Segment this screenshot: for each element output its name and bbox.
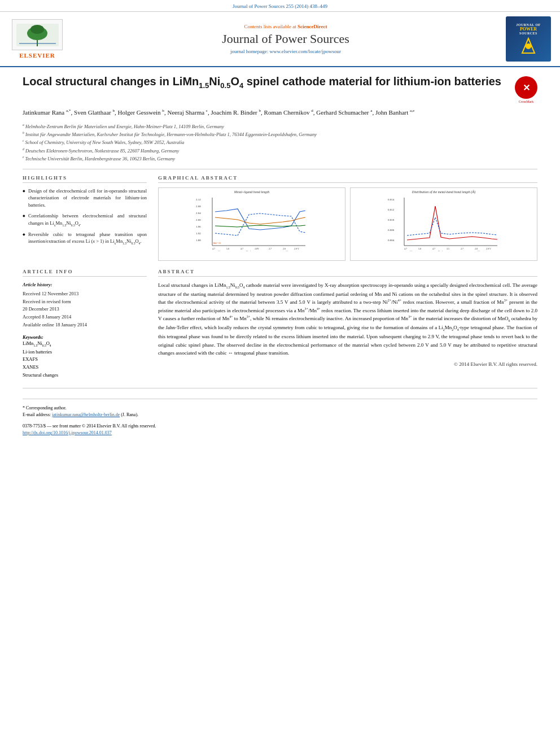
svg-text:2.7: 2.7 — [269, 247, 272, 250]
ga-chart-1: Metal–ligand bond length 2.12 2.08 2.04 … — [158, 187, 345, 261]
journal-logo-right: JOURNAL OF POWER SOURCES — [506, 16, 551, 62]
article-history: Article history: Received 12 November 20… — [23, 281, 147, 329]
svg-point-6 — [526, 43, 531, 49]
affiliation-e: e Technische Universität Berlin, Hardenb… — [23, 155, 537, 163]
received-date: Received 12 November 2013 — [23, 290, 147, 298]
keywords-label: Keywords: — [23, 334, 147, 340]
highlight-item-3: Reversible cubic to tetragonal phase tra… — [23, 231, 147, 246]
svg-text:Charge: Charge — [286, 250, 292, 251]
doi-link[interactable]: http://dx.doi.org/10.1016/j.jpowsour.201… — [23, 430, 112, 435]
svg-text:1.88: 1.88 — [196, 239, 201, 242]
keywords-list: LiMn1.5Ni0.5O4 Li-ion batteries EXAFS XA… — [23, 340, 147, 379]
svg-text:4.7: 4.7 — [212, 247, 215, 250]
history-label: Article history: — [23, 281, 147, 289]
abstract-text: Local structural changes in LiMn1.5Ni0.5… — [158, 281, 537, 357]
svg-text:Mn³⁺-O: Mn³⁺-O — [213, 242, 221, 244]
svg-text:2.00: 2.00 — [196, 219, 201, 221]
email-note: E-mail address: jatinkumar.rana@helmholt… — [23, 412, 537, 418]
svg-text:2.08: 2.08 — [196, 205, 201, 208]
issn-text: 0378-7753/$ — see front matter © 2014 El… — [23, 423, 156, 429]
revised-date: 20 December 2013 — [23, 305, 147, 313]
svg-text:5.0: 5.0 — [418, 247, 421, 250]
ga-chart-2-title: Distribution of the metal-band bond leng… — [353, 190, 535, 194]
article-info-abstract: ARTICLE INFO Article history: Received 1… — [23, 269, 537, 379]
journal-citation-bar: Journal of Power Sources 255 (2014) 438–… — [0, 0, 560, 12]
svg-text:Charge: Charge — [410, 250, 417, 251]
accepted-date: Accepted 8 January 2014 — [23, 313, 147, 321]
highlights-list: Design of the electrochemical cell for i… — [23, 187, 147, 246]
abstract-section: ABSTRACT Local structural changes in LiM… — [158, 269, 537, 379]
highlight-item-2: Correlationship between electrochemical … — [23, 212, 147, 228]
ga-chart-2-svg: 0.014 0.012 0.010 0.006 0.004 4.7 5.0 4.… — [353, 195, 535, 251]
article-body: Local structural changes in LiMn1.5Ni0.5… — [0, 67, 560, 448]
crossmark-icon: ✕ — [515, 76, 537, 99]
svg-text:Charge: Charge — [218, 250, 225, 251]
abstract-label: ABSTRACT — [158, 269, 537, 277]
svg-text:0.010: 0.010 — [388, 219, 395, 221]
footer-section: * Corresponding author. E-mail address: … — [23, 388, 537, 436]
journal-url: journal homepage: www.elsevier.com/locat… — [71, 49, 500, 54]
graphical-abstract-section: GRAPHICAL ABSTRACT Metal–ligand bond len… — [158, 175, 537, 261]
corresponding-note: * Corresponding author. — [23, 405, 537, 412]
elsevier-logo-area: ELSEVIER — [9, 19, 65, 59]
email-suffix: (J. Rana). — [121, 412, 138, 417]
svg-text:5.0: 5.0 — [226, 247, 229, 250]
svg-text:2.7: 2.7 — [461, 247, 463, 250]
journal-header: ELSEVIER Contents lists available at Sci… — [0, 12, 560, 67]
copyright-line: © 2014 Elsevier B.V. All rights reserved… — [158, 361, 537, 367]
ga-chart-1-svg: 2.12 2.08 2.04 2.00 1.96 1.92 1.88 — [161, 195, 343, 251]
sciencedirect-line: Contents lists available at ScienceDirec… — [71, 24, 500, 29]
crossmark-badge: ✕ CrossMark — [515, 76, 537, 103]
issn-line: 0378-7753/$ — see front matter © 2014 El… — [23, 423, 537, 430]
article-info-section: ARTICLE INFO Article history: Received 1… — [23, 269, 147, 379]
svg-text:0.004: 0.004 — [388, 239, 395, 242]
highlights-label: HIGHLIGHTS — [23, 175, 147, 183]
highlight-item-1: Design of the electrochemical cell for i… — [23, 187, 147, 209]
svg-text:Discharge: Discharge — [246, 250, 255, 251]
article-info-label: ARTICLE INFO — [23, 269, 147, 277]
elsevier-brand-text: ELSEVIER — [19, 52, 55, 59]
article-title: Local structural changes in LiMn1.5Ni0.5… — [23, 74, 509, 91]
elsevier-logo-image — [12, 19, 63, 50]
svg-point-3 — [30, 25, 44, 34]
svg-text:4.7: 4.7 — [240, 247, 243, 250]
keywords-section: Keywords: LiMn1.5Ni0.5O4 Li-ion batterie… — [23, 334, 147, 379]
journal-title-area: Contents lists available at ScienceDirec… — [65, 24, 506, 54]
affiliation-c: c School of Chemistry, University of New… — [23, 138, 537, 146]
affiliations: a Helmholtz-Zentrum Berlin für Materiali… — [23, 123, 537, 169]
svg-text:4.7: 4.7 — [432, 247, 435, 250]
svg-text:2.9 V: 2.9 V — [294, 247, 299, 250]
ga-chart-2: Distribution of the metal-band bond leng… — [350, 187, 537, 261]
ga-charts-container: Metal–ligand bond length 2.12 2.08 2.04 … — [158, 187, 537, 261]
svg-text:1.96: 1.96 — [196, 225, 201, 228]
svg-text:3.8V: 3.8V — [255, 247, 259, 250]
svg-text:0.014: 0.014 — [388, 198, 395, 201]
svg-text:2.12: 2.12 — [196, 198, 201, 201]
svg-text:2.9 V: 2.9 V — [486, 247, 491, 250]
svg-text:2.04: 2.04 — [196, 212, 201, 215]
corresponding-label: * Corresponding author. — [23, 405, 67, 410]
highlights-section: HIGHLIGHTS Design of the electrochemical… — [23, 175, 147, 261]
available-date: Available online 18 January 2014 — [23, 321, 147, 329]
authors-line: Jatinkumar Rana a,*, Sven Glatthaar b, H… — [23, 108, 537, 118]
journal-citation: Journal of Power Sources 255 (2014) 438–… — [233, 3, 327, 9]
graphical-abstract-label: GRAPHICAL ABSTRACT — [158, 175, 537, 183]
affiliation-d: d Deutsches Elektronen-Synchrotron, Notk… — [23, 147, 537, 155]
revised-label: Received in revised form — [23, 298, 147, 306]
svg-text:4.7: 4.7 — [404, 247, 407, 250]
doi-line: http://dx.doi.org/10.1016/j.jpowsour.201… — [23, 430, 537, 436]
highlights-and-graphical: HIGHLIGHTS Design of the electrochemical… — [23, 175, 537, 261]
sciencedirect-link[interactable]: ScienceDirect — [298, 24, 327, 29]
affiliation-b: b Institut für Angewandte Materialien, K… — [23, 130, 537, 138]
journal-main-title: Journal of Power Sources — [71, 32, 500, 46]
svg-text:Discharge: Discharge — [438, 250, 447, 251]
email-link[interactable]: jatinkumar.rana@helmholtz-berlin.de — [52, 412, 120, 417]
ga-chart-1-title: Metal–ligand bond length — [161, 190, 343, 194]
affiliation-a: a Helmholtz-Zentrum Berlin für Materiali… — [23, 123, 537, 130]
svg-text:0.012: 0.012 — [388, 208, 395, 211]
svg-text:1.92: 1.92 — [196, 232, 201, 235]
email-label: E-mail address: — [23, 412, 51, 417]
svg-text:0.006: 0.006 — [388, 229, 395, 231]
svg-text:Charge: Charge — [478, 250, 484, 251]
